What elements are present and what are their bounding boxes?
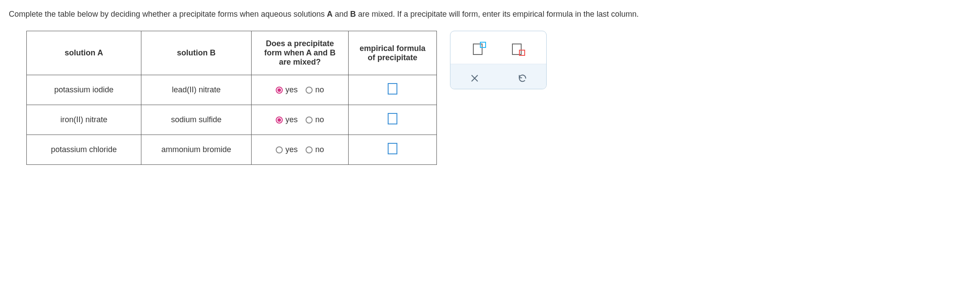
radio-icon-selected bbox=[276, 87, 283, 94]
tool-palette bbox=[450, 31, 547, 89]
header-solution-b: solution B bbox=[141, 31, 252, 75]
cell-solution-b: ammonium bromide bbox=[141, 135, 252, 165]
radio-icon bbox=[306, 87, 313, 94]
radio-yes-label: yes bbox=[285, 85, 298, 95]
radio-yes-label: yes bbox=[285, 145, 298, 154]
prompt-text-1: Complete the table below by deciding whe… bbox=[9, 10, 327, 18]
cell-solution-b: lead(II) nitrate bbox=[141, 75, 252, 105]
radio-no[interactable]: no bbox=[306, 85, 324, 95]
prompt-bold-A: A bbox=[327, 10, 332, 18]
table-row: potassium iodide lead(II) nitrate yes no bbox=[27, 75, 437, 105]
radio-no[interactable]: no bbox=[306, 145, 324, 154]
table-row: iron(II) nitrate sodium sulfide yes no bbox=[27, 105, 437, 135]
cell-solution-a: potassium chloride bbox=[27, 135, 141, 165]
header-solution-a: solution A bbox=[27, 31, 141, 75]
cell-solution-a: potassium iodide bbox=[27, 75, 141, 105]
subscript-button[interactable] bbox=[510, 41, 526, 57]
formula-input[interactable] bbox=[388, 113, 397, 124]
radio-icon bbox=[306, 117, 313, 124]
precipitate-table: solution A solution B Does a precipitate… bbox=[26, 31, 437, 165]
radio-yes-label: yes bbox=[285, 115, 298, 124]
prompt-text-3: are mixed. If a precipitate will form, e… bbox=[356, 10, 638, 18]
radio-no-label: no bbox=[315, 115, 324, 124]
radio-yes[interactable]: yes bbox=[276, 145, 298, 154]
cell-solution-b: sodium sulfide bbox=[141, 105, 252, 135]
header-empirical-formula: empirical formula of precipitate bbox=[349, 31, 437, 75]
radio-no[interactable]: no bbox=[306, 115, 324, 124]
question-prompt: Complete the table below by deciding whe… bbox=[9, 9, 971, 20]
cell-solution-a: iron(II) nitrate bbox=[27, 105, 141, 135]
prompt-text-2: and bbox=[332, 10, 350, 18]
radio-no-label: no bbox=[315, 145, 324, 154]
prompt-bold-B: B bbox=[350, 10, 356, 18]
radio-icon-selected bbox=[276, 117, 283, 124]
radio-icon bbox=[276, 146, 283, 153]
radio-yes[interactable]: yes bbox=[276, 85, 298, 95]
clear-button[interactable] bbox=[467, 70, 483, 86]
formula-input[interactable] bbox=[388, 143, 397, 154]
radio-icon bbox=[306, 146, 313, 153]
radio-no-label: no bbox=[315, 85, 324, 95]
formula-input[interactable] bbox=[388, 83, 397, 95]
header-precipitate-question: Does a precipitate form when A and B are… bbox=[252, 31, 349, 75]
reset-button[interactable] bbox=[515, 70, 530, 86]
radio-yes[interactable]: yes bbox=[276, 115, 298, 124]
table-row: potassium chloride ammonium bromide yes … bbox=[27, 135, 437, 165]
superscript-button[interactable] bbox=[471, 41, 487, 57]
